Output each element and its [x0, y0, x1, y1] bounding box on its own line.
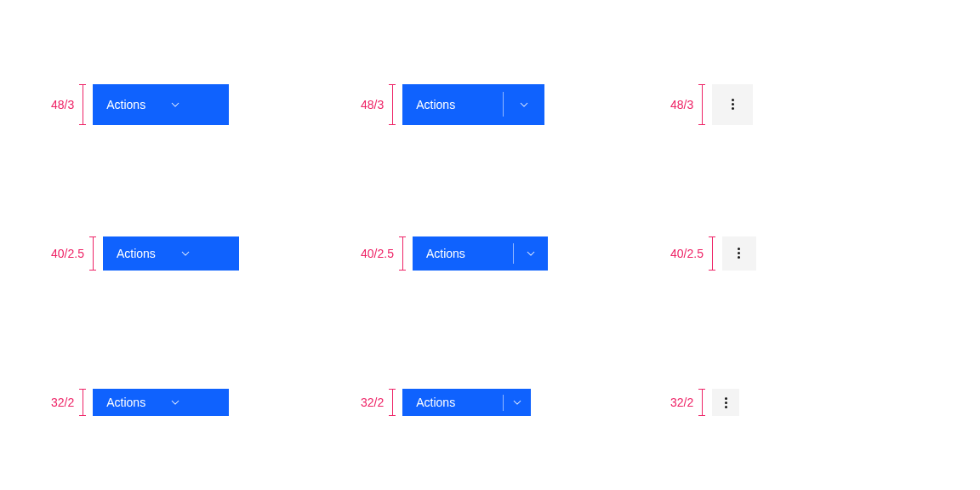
menu-button-label: Actions: [93, 396, 169, 409]
spec-label: 48/3: [51, 98, 74, 111]
menu-button-label: Actions: [93, 98, 169, 111]
spec-label: 48/3: [670, 98, 693, 111]
size-spec: 48/3: [51, 84, 86, 125]
size-spec: 32/2: [51, 389, 86, 416]
split-button[interactable]: Actions: [413, 236, 548, 271]
spec-grid: 48/3 Actions 48/3 Actions: [0, 0, 980, 490]
bracket-icon: [389, 84, 396, 125]
overflow-vertical-icon: [725, 397, 727, 408]
size-spec: 48/3: [361, 84, 396, 125]
cell-split-40: 40/2.5 Actions: [335, 200, 645, 306]
cell-overflow-40: 40/2.5: [645, 200, 954, 306]
menu-button[interactable]: Actions: [103, 236, 239, 271]
bracket-icon: [89, 236, 96, 271]
bracket-icon: [399, 236, 406, 271]
split-button-toggle[interactable]: [504, 84, 544, 125]
spec-label: 32/2: [670, 396, 693, 409]
spec-label: 40/2.5: [361, 247, 394, 260]
bracket-icon: [698, 389, 705, 416]
cell-menu-40: 40/2.5 Actions: [26, 200, 335, 306]
chevron-down-icon: [169, 99, 193, 111]
overflow-menu-button[interactable]: [712, 389, 739, 416]
overflow-menu-button[interactable]: [722, 236, 756, 271]
size-spec: 32/2: [361, 389, 396, 416]
chevron-down-icon: [518, 99, 530, 111]
bracket-icon: [709, 236, 715, 271]
size-spec: 32/2: [670, 389, 705, 416]
spec-label: 40/2.5: [51, 247, 84, 260]
size-spec: 40/2.5: [670, 236, 715, 271]
overflow-vertical-icon: [732, 99, 734, 110]
menu-button-label: Actions: [103, 247, 179, 260]
cell-split-48: 48/3 Actions: [335, 51, 645, 157]
spec-label: 32/2: [51, 396, 74, 409]
bracket-icon: [698, 84, 705, 125]
chevron-down-icon: [525, 248, 537, 259]
bracket-icon: [79, 389, 86, 416]
split-button-toggle[interactable]: [514, 236, 548, 271]
chevron-down-icon: [179, 248, 203, 259]
split-button-main[interactable]: Actions: [402, 84, 503, 125]
spec-label: 48/3: [361, 98, 384, 111]
cell-menu-48: 48/3 Actions: [26, 51, 335, 157]
overflow-vertical-icon: [738, 248, 740, 259]
overflow-menu-button[interactable]: [712, 84, 753, 125]
cell-overflow-32: 32/2: [645, 350, 954, 456]
spec-label: 40/2.5: [670, 247, 704, 260]
split-button-label: Actions: [416, 396, 455, 409]
menu-button[interactable]: Actions: [93, 389, 229, 416]
split-button-main[interactable]: Actions: [413, 236, 513, 271]
chevron-down-icon: [511, 396, 523, 408]
split-button-toggle[interactable]: [504, 389, 531, 416]
bracket-icon: [79, 84, 86, 125]
split-button-main[interactable]: Actions: [402, 389, 503, 416]
split-button[interactable]: Actions: [402, 389, 531, 416]
split-button-label: Actions: [426, 247, 465, 260]
size-spec: 40/2.5: [51, 236, 96, 271]
chevron-down-icon: [169, 396, 193, 408]
cell-split-32: 32/2 Actions: [335, 350, 645, 456]
cell-overflow-48: 48/3: [645, 51, 954, 157]
size-spec: 48/3: [670, 84, 705, 125]
menu-button[interactable]: Actions: [93, 84, 229, 125]
bracket-icon: [389, 389, 396, 416]
spec-label: 32/2: [361, 396, 384, 409]
size-spec: 40/2.5: [361, 236, 406, 271]
split-button-label: Actions: [416, 98, 455, 111]
split-button[interactable]: Actions: [402, 84, 544, 125]
cell-menu-32: 32/2 Actions: [26, 350, 335, 456]
